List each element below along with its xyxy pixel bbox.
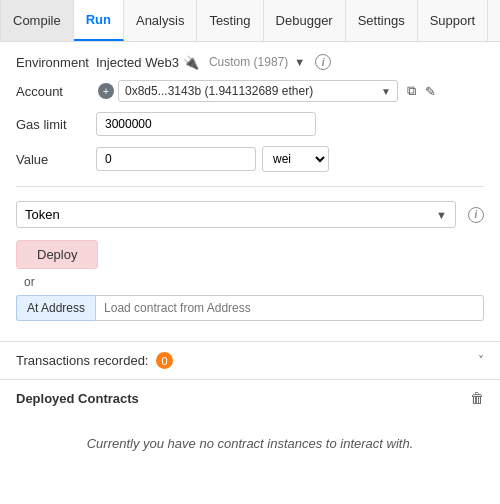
environment-label: Environment bbox=[16, 55, 96, 70]
gas-limit-input[interactable] bbox=[96, 112, 316, 136]
transactions-chevron-icon[interactable]: ˅ bbox=[478, 354, 484, 368]
account-row: Account + 0x8d5...3143b (1.941132689 eth… bbox=[16, 80, 484, 102]
environment-dropdown-icon[interactable]: ▼ bbox=[294, 56, 305, 68]
account-label: Account bbox=[16, 84, 96, 99]
value-row: Value wei gwei finney ether bbox=[16, 146, 484, 172]
contract-info-icon[interactable]: i bbox=[468, 207, 484, 223]
deployed-contracts-title: Deployed Contracts bbox=[16, 391, 470, 406]
nav-run[interactable]: Run bbox=[74, 0, 124, 41]
edit-account-icon[interactable]: ✎ bbox=[425, 84, 436, 99]
environment-value: Injected Web3 bbox=[96, 55, 179, 70]
gas-limit-label: Gas limit bbox=[16, 117, 96, 132]
environment-info-icon[interactable]: i bbox=[315, 54, 331, 70]
value-label: Value bbox=[16, 152, 96, 167]
gas-limit-row: Gas limit bbox=[16, 112, 484, 136]
transactions-section-header[interactable]: Transactions recorded: 0 ˅ bbox=[0, 341, 500, 379]
no-contracts-message: Currently you have no contract instances… bbox=[0, 416, 500, 471]
address-row: At Address bbox=[16, 295, 484, 321]
injected-icon: 🔌 bbox=[183, 55, 199, 70]
separator-1 bbox=[16, 186, 484, 187]
environment-custom: Custom (1987) bbox=[209, 55, 288, 69]
at-address-input[interactable] bbox=[95, 295, 484, 321]
copy-account-icon[interactable]: ⧉ bbox=[407, 83, 416, 99]
deployed-contracts-header: Deployed Contracts 🗑 bbox=[0, 379, 500, 416]
deploy-section: Deploy or At Address bbox=[16, 240, 484, 321]
nav-debugger[interactable]: Debugger bbox=[264, 0, 346, 41]
account-dropdown-icon: ▼ bbox=[381, 86, 391, 97]
account-select[interactable]: 0x8d5...3143b (1.941132689 ether) ▼ bbox=[118, 80, 398, 102]
nav-compile[interactable]: Compile bbox=[0, 0, 74, 41]
or-text: or bbox=[24, 275, 35, 289]
transactions-badge: 0 bbox=[156, 352, 173, 369]
deploy-button[interactable]: Deploy bbox=[16, 240, 98, 269]
contract-row: Token ▼ i bbox=[16, 201, 484, 228]
environment-row: Environment Injected Web3 🔌 Custom (1987… bbox=[16, 54, 484, 70]
contract-dropdown-icon: ▼ bbox=[436, 209, 447, 221]
at-address-button[interactable]: At Address bbox=[16, 295, 95, 321]
nav-analysis[interactable]: Analysis bbox=[124, 0, 197, 41]
transactions-label: Transactions recorded: 0 bbox=[16, 352, 478, 369]
nav-bar: Compile Run Analysis Testing Debugger Se… bbox=[0, 0, 500, 42]
wei-select[interactable]: wei gwei finney ether bbox=[262, 146, 329, 172]
add-account-icon[interactable]: + bbox=[98, 83, 114, 99]
nav-support[interactable]: Support bbox=[418, 0, 489, 41]
account-select-value: 0x8d5...3143b (1.941132689 ether) bbox=[125, 84, 377, 98]
main-panel: Environment Injected Web3 🔌 Custom (1987… bbox=[0, 42, 500, 341]
value-input[interactable] bbox=[96, 147, 256, 171]
nav-testing[interactable]: Testing bbox=[197, 0, 263, 41]
trash-icon[interactable]: 🗑 bbox=[470, 390, 484, 406]
nav-settings[interactable]: Settings bbox=[346, 0, 418, 41]
contract-select-value: Token bbox=[25, 207, 436, 222]
contract-select[interactable]: Token ▼ bbox=[16, 201, 456, 228]
